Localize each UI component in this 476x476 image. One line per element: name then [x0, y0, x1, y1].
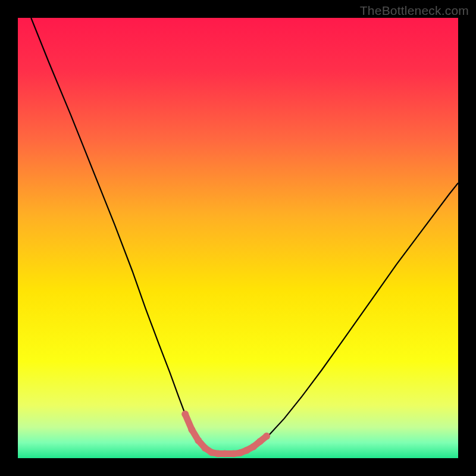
valley-node [256, 438, 264, 445]
valley-node [237, 449, 244, 456]
valley-node [243, 447, 250, 454]
chart-frame: TheBottleneck.com [0, 0, 476, 476]
valley-node [221, 450, 228, 458]
valley-node [195, 437, 202, 444]
valley-node [215, 450, 222, 458]
gradient-background [18, 18, 458, 458]
valley-node [202, 444, 209, 452]
valley-node [208, 449, 215, 456]
valley-node [263, 433, 270, 440]
bottleneck-chart [18, 18, 458, 458]
valley-node [188, 426, 195, 433]
plot-area [18, 18, 458, 458]
valley-node [250, 443, 257, 450]
valley-node [230, 450, 237, 458]
valley-node [181, 411, 189, 418]
watermark-text: TheBottleneck.com [360, 4, 469, 18]
